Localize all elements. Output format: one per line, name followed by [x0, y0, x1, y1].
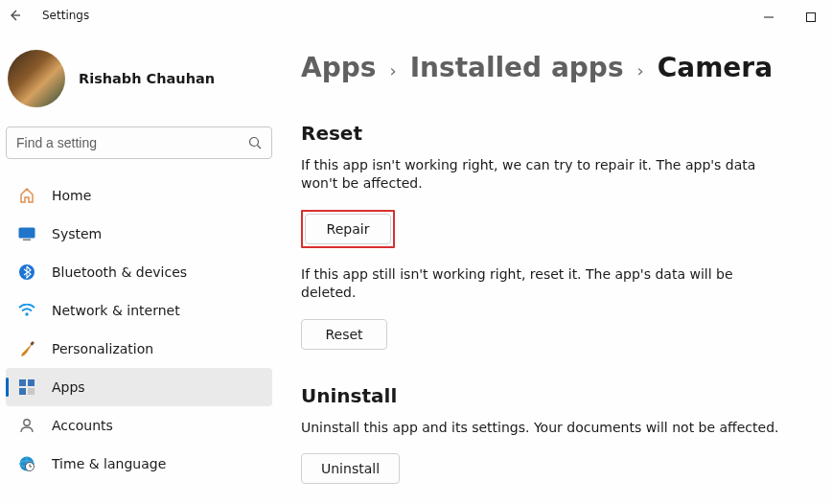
breadcrumb-apps[interactable]: Apps — [301, 52, 376, 83]
reset-heading: Reset — [301, 122, 809, 145]
nav-label: Personalization — [52, 341, 153, 356]
clock-globe-icon — [17, 454, 36, 473]
reset-description: If this app still isn't working right, r… — [301, 265, 780, 302]
repair-description: If this app isn't working right, we can … — [301, 156, 780, 193]
person-icon — [17, 416, 36, 435]
nav-label: Bluetooth & devices — [52, 264, 187, 280]
svg-point-7 — [25, 312, 28, 315]
nav-apps[interactable]: Apps — [6, 368, 272, 406]
nav-accounts[interactable]: Accounts — [6, 406, 272, 445]
nav-label: Network & internet — [52, 303, 180, 318]
system-icon — [17, 224, 36, 243]
window-title: Settings — [42, 9, 89, 22]
window-controls — [748, 4, 832, 31]
svg-rect-11 — [19, 388, 26, 395]
svg-rect-10 — [28, 379, 35, 386]
breadcrumb: Apps › Installed apps › Camera — [301, 52, 809, 83]
home-icon — [17, 186, 36, 205]
search-box[interactable] — [6, 126, 272, 159]
svg-rect-9 — [19, 379, 26, 386]
nav-label: System — [52, 226, 102, 241]
nav-label: Apps — [52, 379, 85, 395]
main-content: Apps › Installed apps › Camera Reset If … — [278, 31, 832, 504]
back-button[interactable] — [8, 9, 38, 22]
repair-highlight: Repair — [301, 210, 395, 248]
chevron-right-icon: › — [637, 60, 644, 80]
breadcrumb-installed[interactable]: Installed apps — [410, 52, 624, 83]
nav-label: Time & language — [52, 456, 166, 471]
maximize-button[interactable] — [790, 4, 832, 31]
chevron-right-icon: › — [389, 60, 396, 80]
nav-list: Home System Bluetooth & devices Network … — [6, 176, 272, 483]
breadcrumb-current: Camera — [658, 52, 773, 83]
svg-rect-4 — [19, 228, 35, 239]
nav-system[interactable]: System — [6, 215, 272, 253]
svg-point-13 — [24, 420, 30, 425]
reset-button[interactable]: Reset — [301, 319, 387, 350]
svg-line-3 — [258, 146, 262, 149]
user-name: Rishabh Chauhan — [79, 71, 215, 86]
svg-rect-5 — [23, 240, 31, 241]
avatar — [8, 50, 65, 107]
search-input[interactable] — [16, 135, 248, 150]
svg-rect-12 — [28, 388, 35, 395]
repair-button[interactable]: Repair — [305, 214, 391, 244]
minimize-button[interactable] — [748, 4, 790, 31]
brush-icon — [17, 339, 36, 358]
uninstall-button[interactable]: Uninstall — [301, 453, 400, 484]
svg-rect-1 — [807, 13, 816, 22]
nav-label: Accounts — [52, 418, 113, 433]
sidebar: Rishabh Chauhan Home System Bluetooth & … — [0, 31, 278, 504]
svg-point-2 — [250, 138, 259, 147]
nav-time[interactable]: Time & language — [6, 445, 272, 483]
uninstall-description: Uninstall this app and its settings. You… — [301, 419, 780, 437]
wifi-icon — [17, 301, 36, 320]
search-icon — [248, 136, 262, 149]
nav-label: Home — [52, 188, 91, 203]
apps-icon — [17, 378, 36, 397]
uninstall-heading: Uninstall — [301, 384, 809, 407]
bluetooth-icon — [17, 263, 36, 282]
nav-personalization[interactable]: Personalization — [6, 330, 272, 368]
titlebar: Settings — [0, 0, 832, 31]
nav-network[interactable]: Network & internet — [6, 291, 272, 330]
profile[interactable]: Rishabh Chauhan — [6, 38, 272, 126]
nav-bluetooth[interactable]: Bluetooth & devices — [6, 253, 272, 291]
nav-home[interactable]: Home — [6, 176, 272, 215]
